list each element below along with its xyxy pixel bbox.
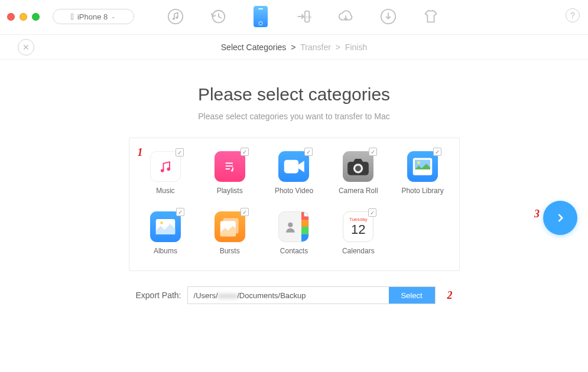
category-albums[interactable]: ✓ Albums (144, 211, 188, 255)
category-calendars[interactable]: Tuesday 12 ✓ Calendars (336, 211, 381, 255)
next-button[interactable] (543, 201, 577, 235)
checkbox-icon: ✓ (304, 211, 309, 217)
svg-point-19 (417, 161, 420, 164)
category-photo-video[interactable]: ✓ Photo Video (272, 151, 316, 195)
category-label: Camera Roll (339, 187, 378, 195)
category-label: Albums (154, 247, 177, 255)
category-music[interactable]: ✓ Music (144, 151, 188, 195)
hero-section: Please select categories Please select c… (0, 84, 588, 121)
window-zoom-button[interactable] (32, 13, 40, 21)
category-grid: ✓ Music ✓ Playlists ✓ Photo Video ✓ Came… (144, 151, 445, 255)
traffic-lights (7, 13, 40, 21)
svg-point-24 (288, 223, 293, 227)
svg-point-8 (167, 168, 170, 171)
breadcrumb-sep: > (333, 43, 343, 52)
category-label: Photo Library (401, 187, 443, 195)
camera-roll-icon: ✓ (343, 151, 373, 182)
calendar-date: 12 (349, 223, 367, 236)
export-path-label: Export Path: (135, 291, 181, 300)
svg-point-2 (176, 17, 178, 19)
path-suffix: /Documents/Backup (237, 291, 306, 300)
breadcrumb-step-1: Select Categories (221, 43, 287, 52)
checkbox-icon: ✓ (241, 148, 249, 156)
category-label: Playlists (217, 187, 243, 195)
export-path-input[interactable]: /Users/xxxxx/Documents/Backup (188, 287, 389, 304)
music-nav-icon[interactable] (165, 6, 186, 27)
svg-point-21 (160, 221, 163, 224)
page-subtitle: Please select categories you want to tra… (0, 112, 588, 121)
svg-point-7 (161, 169, 164, 172)
checkbox-icon: ✓ (369, 148, 377, 156)
breadcrumb-step-3: Finish (345, 43, 367, 52)
music-icon: ✓ (150, 151, 181, 182)
checkbox-icon: ✓ (304, 148, 313, 156)
tshirt-nav-icon[interactable] (421, 6, 441, 27)
svg-text:iOS: iOS (306, 15, 311, 19)
ios-import-nav-icon[interactable]: iOS (293, 6, 313, 27)
checkbox-icon: ✓ (368, 208, 376, 217)
svg-point-1 (173, 18, 175, 20)
select-path-button[interactable]: Select (389, 287, 435, 304)
phone-icon (254, 6, 268, 27)
page-title: Please select categories (0, 84, 588, 105)
export-path-row: Export Path: /Users/xxxxx/Documents/Back… (0, 286, 588, 304)
category-label: Bursts (220, 247, 240, 255)
category-panel: 1 ✓ Music ✓ Playlists ✓ Photo Video (129, 138, 460, 271)
top-toolbar:  iPhone 8 ⌄ iOS ? (0, 0, 588, 33)
apple-logo-icon:  (71, 12, 74, 21)
contacts-icon: ✓ (278, 211, 309, 242)
breadcrumb-row: ✕ Select Categories > Transfer > Finish (0, 35, 588, 60)
category-label: Contacts (280, 247, 308, 255)
export-path-box: /Users/xxxxx/Documents/Backup Select (187, 286, 436, 304)
toolbar-nav: iOS (165, 0, 553, 33)
device-nav-icon[interactable] (251, 6, 271, 27)
svg-rect-13 (284, 160, 298, 174)
cloud-nav-icon[interactable] (336, 6, 356, 27)
device-label: iPhone 8 (77, 12, 108, 21)
category-label: Music (156, 187, 174, 195)
breadcrumb-sep: > (288, 43, 298, 52)
device-selector[interactable]:  iPhone 8 ⌄ (53, 9, 134, 24)
checkbox-icon: ✓ (241, 208, 249, 216)
category-label: Photo Video (275, 187, 313, 195)
albums-icon: ✓ (150, 211, 181, 242)
history-nav-icon[interactable] (208, 6, 228, 27)
calendars-icon: Tuesday 12 ✓ (343, 211, 373, 242)
category-contacts[interactable]: ✓ Contacts (272, 211, 316, 255)
annotation-1: 1 (138, 146, 143, 159)
annotation-3: 3 (534, 208, 540, 220)
breadcrumb-step-2: Transfer (300, 43, 331, 52)
download-nav-icon[interactable] (378, 6, 398, 27)
photo-library-icon: ✓ (407, 151, 438, 182)
checkbox-icon: ✓ (176, 208, 184, 216)
window-minimize-button[interactable] (20, 13, 27, 21)
window-close-button[interactable] (7, 13, 15, 21)
category-playlists[interactable]: ✓ Playlists (207, 151, 252, 195)
checkbox-icon: ✓ (433, 148, 441, 156)
category-photo-library[interactable]: ✓ Photo Library (401, 151, 445, 195)
playlists-icon: ✓ (215, 151, 245, 182)
category-camera-roll[interactable]: ✓ Camera Roll (336, 151, 381, 195)
bursts-icon: ✓ (215, 211, 245, 242)
svg-point-12 (231, 169, 233, 171)
svg-point-0 (168, 9, 183, 24)
photo-video-icon: ✓ (278, 151, 309, 182)
path-prefix: /Users/ (194, 291, 218, 300)
category-label: Calendars (342, 247, 375, 255)
chevron-down-icon: ⌄ (111, 14, 116, 19)
svg-point-16 (355, 165, 361, 171)
path-username-blurred: xxxxx (218, 291, 238, 300)
close-button[interactable]: ✕ (18, 39, 34, 56)
annotation-2: 2 (447, 289, 453, 302)
checkbox-icon: ✓ (176, 148, 184, 156)
category-bursts[interactable]: ✓ Bursts (207, 211, 252, 255)
breadcrumb: Select Categories > Transfer > Finish (221, 43, 367, 52)
help-button[interactable]: ? (566, 8, 580, 22)
chevron-right-icon (554, 212, 566, 224)
